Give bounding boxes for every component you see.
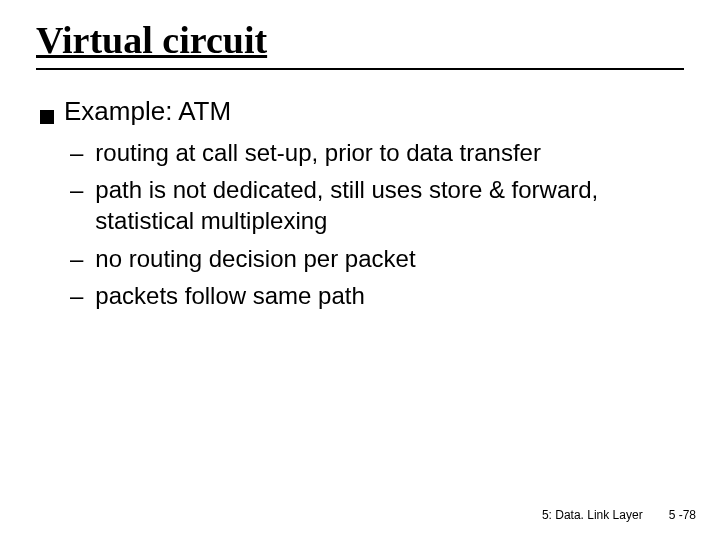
square-bullet-icon bbox=[40, 110, 54, 124]
list-item: – path is not dedicated, still uses stor… bbox=[70, 174, 684, 236]
list-item-text: path is not dedicated, still uses store … bbox=[95, 174, 684, 236]
list-item: – no routing decision per packet bbox=[70, 243, 684, 274]
list-item-text: packets follow same path bbox=[95, 280, 684, 311]
list-item-text: routing at call set-up, prior to data tr… bbox=[95, 137, 684, 168]
list-item: – packets follow same path bbox=[70, 280, 684, 311]
footer-section: 5: Data. Link Layer bbox=[542, 508, 643, 522]
list-item: – routing at call set-up, prior to data … bbox=[70, 137, 684, 168]
slide: Virtual circuit Example: ATM – routing a… bbox=[0, 0, 720, 540]
dash-icon: – bbox=[70, 174, 83, 236]
dash-icon: – bbox=[70, 280, 83, 311]
slide-title: Virtual circuit bbox=[36, 18, 684, 62]
slide-footer: 5: Data. Link Layer 5 -78 bbox=[542, 508, 696, 522]
sub-bullet-list: – routing at call set-up, prior to data … bbox=[70, 137, 684, 311]
title-rule bbox=[36, 68, 684, 70]
dash-icon: – bbox=[70, 137, 83, 168]
footer-page: 5 -78 bbox=[669, 508, 696, 522]
dash-icon: – bbox=[70, 243, 83, 274]
list-item-text: no routing decision per packet bbox=[95, 243, 684, 274]
heading-text: Example: ATM bbox=[64, 96, 231, 127]
heading-item: Example: ATM bbox=[40, 96, 684, 127]
